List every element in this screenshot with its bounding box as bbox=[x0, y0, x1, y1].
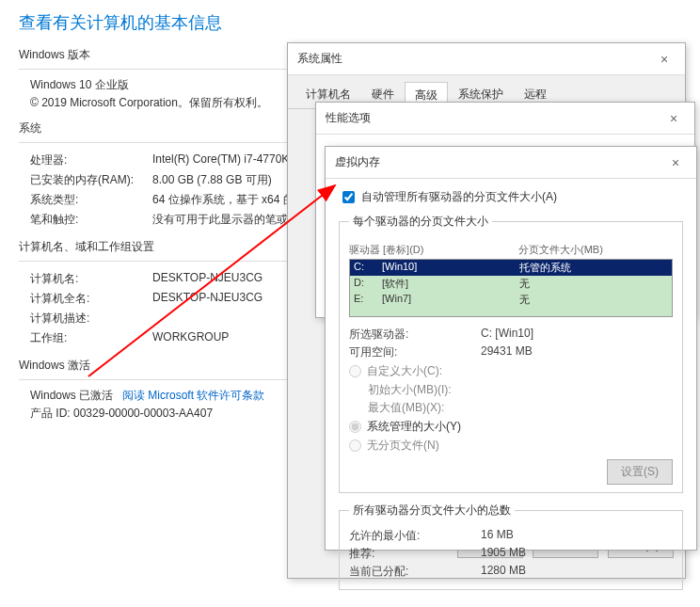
titlebar[interactable]: 虚拟内存 × bbox=[326, 147, 696, 179]
page-title: 查看有关计算机的基本信息 bbox=[19, 11, 681, 34]
totals-group: 所有驱动器分页文件大小的总数 允许的最小值:16 MB 推荐:1905 MB 当… bbox=[339, 503, 683, 590]
initial-size-label: 初始大小(MB)(I): bbox=[368, 382, 481, 398]
workgroup-value: WORKGROUP bbox=[152, 330, 229, 346]
ram-label: 已安装的内存(RAM): bbox=[30, 172, 152, 188]
titlebar[interactable]: 系统属性 × bbox=[288, 43, 685, 75]
processor-label: 处理器: bbox=[30, 152, 152, 168]
max-size-label: 最大值(MB)(X): bbox=[368, 400, 481, 416]
vmem-body: 自动管理所有驱动器的分页文件大小(A) 每个驱动器的分页文件大小 驱动器 [卷标… bbox=[326, 179, 696, 607]
no-paging-radio[interactable] bbox=[349, 439, 361, 452]
auto-manage-checkbox[interactable] bbox=[342, 191, 355, 203]
per-drive-legend: 每个驱动器的分页文件大小 bbox=[349, 214, 492, 230]
cname-label: 计算机名: bbox=[30, 271, 152, 287]
workgroup-label: 工作组: bbox=[30, 330, 152, 346]
drive-row[interactable]: E: [Win7] 无 bbox=[350, 292, 672, 308]
cname-value: DESKTOP-NJEU3CG bbox=[152, 271, 262, 287]
pen-label: 笔和触控: bbox=[30, 212, 152, 228]
no-paging-label: 无分页文件(N) bbox=[367, 438, 439, 454]
dialog-title: 虚拟内存 bbox=[335, 154, 380, 170]
auto-manage-label: 自动管理所有驱动器的分页文件大小(A) bbox=[361, 189, 557, 205]
selected-drive-label: 所选驱动器: bbox=[349, 327, 481, 343]
close-icon[interactable]: × bbox=[653, 52, 676, 67]
close-icon[interactable]: × bbox=[664, 155, 687, 170]
drive-col-header: 驱动器 [卷标](D) bbox=[349, 243, 518, 257]
custom-size-label: 自定义大小(C): bbox=[367, 363, 442, 379]
license-link[interactable]: 阅读 Microsoft 软件许可条款 bbox=[122, 389, 264, 402]
titlebar[interactable]: 性能选项 × bbox=[316, 103, 694, 135]
cdesc-label: 计算机描述: bbox=[30, 311, 152, 327]
product-id-label: 产品 ID: bbox=[30, 407, 71, 420]
dialog-title: 系统属性 bbox=[297, 51, 342, 67]
selected-drive-value: C: [Win10] bbox=[481, 327, 533, 343]
recommended-label: 推荐: bbox=[349, 546, 481, 562]
set-button[interactable]: 设置(S) bbox=[607, 459, 673, 485]
available-value: 29431 MB bbox=[481, 344, 533, 360]
totals-legend: 所有驱动器分页文件大小的总数 bbox=[349, 503, 515, 519]
min-label: 允许的最小值: bbox=[349, 528, 481, 544]
cfullname-value: DESKTOP-NJEU3CG bbox=[152, 291, 262, 307]
virtual-memory-dialog: 虚拟内存 × 自动管理所有驱动器的分页文件大小(A) 每个驱动器的分页文件大小 … bbox=[325, 146, 697, 551]
activation-status: Windows 已激活 bbox=[30, 389, 113, 402]
available-label: 可用空间: bbox=[349, 344, 481, 360]
product-id-value: 00329-00000-00003-AA407 bbox=[73, 407, 213, 420]
ram-value: 8.00 GB (7.88 GB 可用) bbox=[152, 172, 272, 188]
current-value: 1280 MB bbox=[481, 564, 594, 580]
close-icon[interactable]: × bbox=[662, 111, 685, 126]
drive-row[interactable]: C: [Win10] 托管的系统 bbox=[350, 260, 672, 276]
min-value: 16 MB bbox=[481, 528, 594, 544]
drive-list[interactable]: C: [Win10] 托管的系统 D: [软件] 无 E: [Win7] 无 bbox=[349, 259, 673, 317]
dialog-title: 性能选项 bbox=[326, 110, 371, 126]
custom-size-radio[interactable] bbox=[349, 365, 361, 377]
drive-row[interactable]: D: [软件] 无 bbox=[350, 276, 672, 292]
system-managed-radio[interactable] bbox=[349, 421, 361, 433]
systype-label: 系统类型: bbox=[30, 192, 152, 208]
size-col-header: 分页文件大小(MB) bbox=[518, 243, 603, 257]
per-drive-group: 每个驱动器的分页文件大小 驱动器 [卷标](D) 分页文件大小(MB) C: [… bbox=[339, 214, 683, 493]
current-label: 当前已分配: bbox=[349, 564, 481, 580]
system-managed-label: 系统管理的大小(Y) bbox=[367, 419, 461, 435]
cfullname-label: 计算机全名: bbox=[30, 291, 152, 307]
recommended-value: 1905 MB bbox=[481, 546, 594, 562]
